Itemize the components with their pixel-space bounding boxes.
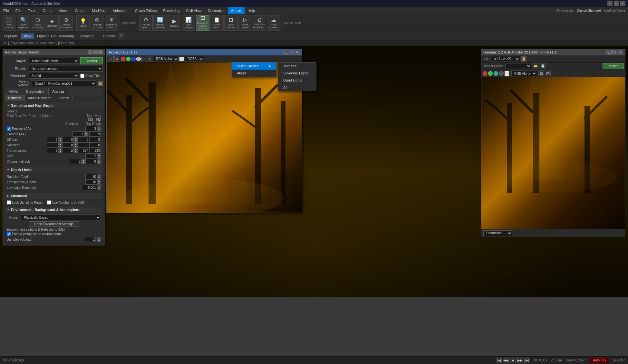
toolbar-a360-btn[interactable]: ☁ A360 Gallery <box>267 15 280 31</box>
sub-tab-common[interactable]: Common <box>5 95 25 101</box>
panel-maximize-btn[interactable]: □ <box>93 50 98 54</box>
toolbar-materials-btn[interactable]: ◈ Materials <box>45 15 59 31</box>
as-channel-alpha[interactable] <box>136 57 141 61</box>
lock-button[interactable]: 🔒 <box>98 81 103 86</box>
specular-up2[interactable]: ▲ <box>74 142 78 145</box>
gamma-ch-cyan[interactable] <box>494 71 498 76</box>
next-frame-btn[interactable]: ▶| <box>524 358 530 363</box>
gamma-lock-btn[interactable]: 🔒 <box>521 56 527 62</box>
toolbar2-populate[interactable]: Populate <box>1 34 20 39</box>
flush-skydome[interactable]: Skydome Lights <box>278 70 316 77</box>
sss-dn[interactable]: ▼ <box>97 156 101 158</box>
prev-step-btn[interactable]: ◀◀ <box>503 358 509 363</box>
toolbar-print-size-btn[interactable]: 🖨 Print Size Assistant... <box>253 15 266 31</box>
gamma-ch-green[interactable] <box>488 71 493 76</box>
activeshade-image[interactable] <box>107 62 302 213</box>
ll-dn[interactable]: ▼ <box>97 187 101 190</box>
camera-aa-down[interactable]: ▼ <box>84 134 88 137</box>
toolbar-exposure-control-btn[interactable]: ☀ Exposure Control <box>105 15 118 31</box>
as-channel-dot[interactable] <box>141 57 146 61</box>
view-to-render-select[interactable]: Quad 4 - PhysCamera001 <box>32 81 96 86</box>
ll-up[interactable]: ▲ <box>97 185 101 187</box>
sampling-section-header[interactable]: ▼ Sampling and Ray Depth <box>5 102 103 108</box>
gamma-tool-btn1[interactable]: ⧉ <box>538 71 544 76</box>
diffuse-rd1[interactable] <box>62 137 74 142</box>
toolbar-render-btn[interactable]: ▶ Render <box>168 15 181 31</box>
preview-aa-checkbox[interactable] <box>7 127 11 131</box>
low-light-value[interactable] <box>82 185 97 190</box>
panel-minimize-btn[interactable]: _ <box>88 50 92 54</box>
gamma-port-select[interactable]: ad 4...era001 <box>491 56 520 62</box>
sub-tab-arnold-renderer[interactable]: Arnold Renderer <box>25 95 55 101</box>
menu-graph-editors[interactable]: Graph Editors <box>132 7 160 14</box>
as-close-channel-btn[interactable]: ✕ <box>147 56 152 62</box>
close-button[interactable]: ✕ <box>620 1 625 6</box>
gamma-color-channel-select[interactable]: RGB Alpha <box>511 71 537 76</box>
toolbar-light-btn[interactable]: 💡 Lights <box>76 15 90 31</box>
vi-up2[interactable]: ▲ <box>97 159 101 161</box>
menu-rendering[interactable]: Rendering <box>160 7 183 14</box>
transmission-rd[interactable] <box>62 148 74 153</box>
maximize-button[interactable]: □ <box>614 1 619 6</box>
use-autobump-checkbox[interactable] <box>47 200 51 205</box>
environment-header[interactable]: ▼ Environment, Background & Atmosphere <box>5 207 103 213</box>
target-select[interactable]: ActiveShade Mode <box>29 58 79 64</box>
as-tool-grid[interactable]: ⊞ <box>108 56 114 62</box>
next-step-btn[interactable]: ▶▶ <box>517 358 523 363</box>
open-env-settings-btn[interactable]: Open Environment Settings <box>29 221 79 227</box>
about-item[interactable]: About <box>232 70 276 77</box>
menu-views[interactable]: Views <box>56 7 72 14</box>
diffuse-v4[interactable] <box>89 137 101 142</box>
transmission-up2[interactable]: ▲ <box>74 148 78 150</box>
toolbar-basic-modeling-btn[interactable]: ⬡ Basic Modeling <box>31 15 44 31</box>
menu-tools[interactable]: Tools <box>25 7 40 14</box>
minimize-button[interactable]: ─ <box>607 1 613 6</box>
menu-animation[interactable]: Animation <box>110 7 132 14</box>
specular-v3[interactable] <box>78 142 89 148</box>
render-preset-save-btn[interactable]: 💾 <box>540 63 546 69</box>
toolbar2-content[interactable]: Content <box>100 34 118 39</box>
camera-aa-up[interactable]: ▲ <box>84 131 88 134</box>
gamma-render-image[interactable] <box>481 77 625 229</box>
toolbar2-scripting[interactable]: Scripting <box>77 34 96 39</box>
toolbar-get-started-btn[interactable]: ⬛ Get Started <box>3 15 16 31</box>
depth-limits-header[interactable]: ▼ Depth Limits <box>5 167 103 173</box>
play-btn[interactable]: ▶ <box>510 358 516 363</box>
gamma-ch-white[interactable] <box>505 71 509 76</box>
gamma-ch-red[interactable] <box>483 71 487 76</box>
as-minimize-btn[interactable]: _ <box>283 50 288 54</box>
env-mode-select[interactable]: Physically-Based <box>21 215 101 220</box>
gamma-ch-dot[interactable] <box>499 71 504 76</box>
lock-sampling-checkbox[interactable] <box>7 200 11 205</box>
transmission-dn1[interactable]: ▼ <box>58 150 62 153</box>
transmission-dn2[interactable]: ▼ <box>74 150 78 153</box>
specular-up1[interactable]: ▲ <box>58 142 62 145</box>
diffuse-up1[interactable]: ▲ <box>58 137 62 139</box>
diffuse-dn1[interactable]: ▼ <box>58 139 62 142</box>
flush-quad-lights[interactable]: Quad Lights <box>278 77 316 84</box>
as-channel-green[interactable] <box>126 57 130 61</box>
toolbar2-expand-btn[interactable]: ≡ <box>119 33 124 39</box>
vi-dn2[interactable]: ▼ <box>97 161 101 164</box>
menu-modifiers[interactable]: Modifiers <box>89 7 110 14</box>
diffuse-samples[interactable] <box>47 137 58 142</box>
toolbar-ram-player-btn[interactable]: ▷ RAM Player <box>238 15 252 31</box>
as-white-square[interactable] <box>179 57 184 61</box>
auto-key-btn[interactable]: Auto Key <box>590 358 609 363</box>
enable-ibl-checkbox[interactable] <box>7 232 11 236</box>
as-close-btn[interactable]: ✕ <box>295 50 300 54</box>
transparency-depth-value[interactable] <box>85 179 97 185</box>
menu-help[interactable]: Help <box>245 7 258 14</box>
as-channel-blue[interactable] <box>131 57 136 61</box>
vi-up1[interactable]: ▲ <box>82 159 85 161</box>
menu-file[interactable]: File <box>0 7 12 14</box>
sq-up[interactable]: ▲ <box>97 237 101 239</box>
activeshade-titlebar[interactable]: ActiveShade (1:1) _ □ ✕ <box>107 49 302 55</box>
volume-indirect-samples[interactable] <box>70 159 82 164</box>
specular-rd[interactable] <box>62 142 74 148</box>
td-dn[interactable]: ▼ <box>97 182 101 185</box>
advanced-header[interactable]: ▶ Advanced <box>5 193 103 199</box>
gamma-minimize-btn[interactable]: _ <box>606 50 612 54</box>
toolbar-render-setup-btn[interactable]: ⚙ Render Setup... <box>139 15 153 31</box>
save-file-dots[interactable]: ... <box>100 74 103 78</box>
